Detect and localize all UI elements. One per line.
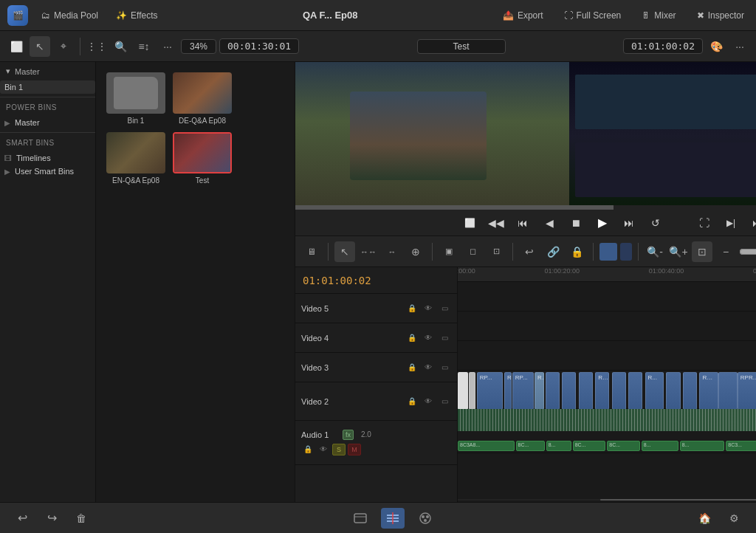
media-pool-button[interactable]: 🗂 Media Pool [37,7,103,24]
home-button[interactable]: 🏠 [694,508,715,529]
tl-zoom-fit-btn[interactable]: ⊡ [692,241,712,262]
user-smart-bins-item[interactable]: ▶ User Smart Bins [0,165,95,178]
track-label-v4[interactable]: Video 4 🔒 👁 ▭ [295,323,457,353]
export-button[interactable]: 📤 Export [498,7,548,24]
media-item-bin1[interactable]: Bin 1 [106,72,165,125]
next-edit-btn[interactable]: ▶| [721,213,740,233]
tl-mode-b[interactable] [620,243,632,261]
track-label-a1[interactable]: Audio 1 fx 2.0 🔒 👁 S M [295,421,457,465]
tab-timeline-bottom[interactable] [381,508,405,529]
media-item-test[interactable]: Test [173,132,232,185]
tl-zoom-minus[interactable]: − [715,241,736,262]
tab-media-pool-bottom[interactable] [348,508,372,529]
clip-v2-5[interactable] [546,372,560,410]
clip-v2-white1[interactable] [458,372,468,410]
track-lock-v2[interactable]: 🔒 [405,395,419,408]
track-clip-v5[interactable]: ▭ [438,302,451,315]
delete-button[interactable]: 🗑 [71,508,92,529]
effects-button[interactable]: ✨ Effects [111,7,162,24]
prev-frame-btn[interactable]: ◀ [540,213,559,233]
tl-roll-btn[interactable]: ↔ [382,241,402,262]
a1-sub-8[interactable]: 8C3... [726,441,756,451]
clip-v2-13[interactable] [683,372,697,410]
track-label-v2[interactable]: Video 2 🔒 👁 ▭ [295,382,457,421]
inspector-button[interactable]: ✖ Inspector [693,7,749,24]
track-solo-a1[interactable]: S [332,444,346,455]
timeline-scrollbar[interactable] [458,499,756,501]
clip-v2-7[interactable] [579,372,593,410]
clip-v2-14[interactable]: RPRR... [699,372,718,410]
tl-zoom-out-btn[interactable]: 🔍- [645,241,665,262]
tool-more-right[interactable]: ··· [729,36,750,57]
track-lock-a1[interactable]: 🔒 [301,443,315,456]
clip-v2-8[interactable]: R... [595,372,609,410]
skip-back-btn[interactable]: ⏮ [513,213,532,233]
tl-zoom-in-btn[interactable]: 🔍+ [668,241,689,262]
a1-sub-2[interactable]: 8C... [516,441,545,451]
loop-btn[interactable]: ↺ [646,213,665,233]
media-item-de-qa[interactable]: DE-Q&A Ep08 [173,72,232,125]
preview-scrubber-thumb[interactable] [295,205,614,210]
tl-zoom-slider[interactable] [739,246,756,258]
play-btn[interactable]: ▶ [593,213,612,233]
fullscreen-toggle[interactable]: ⛶ [695,213,714,233]
track-eye-v2[interactable]: 👁 [422,395,435,408]
a1-sub-1[interactable]: 8C3A8... [458,441,515,451]
clip-v2-16[interactable]: RPR... [738,372,756,410]
clip-v2-15[interactable] [718,372,738,410]
power-bins-master-item[interactable]: ▶ Master [0,116,95,129]
a1-sub-7[interactable]: 8... [680,441,725,451]
tl-add-edit-btn[interactable]: ↩ [519,241,540,262]
a1-sub-4[interactable]: 8C... [573,441,606,451]
track-lock-v4[interactable]: 🔒 [405,331,419,345]
clip-v2-12[interactable] [666,372,680,410]
track-label-v5[interactable]: Video 5 🔒 👁 ▭ [295,294,457,323]
clip-v2-1[interactable]: RP... [477,372,503,410]
prev-marker-btn[interactable]: ◀◀ [487,213,506,233]
track-eye-v4[interactable]: 👁 [422,331,435,345]
track-clip-v4[interactable]: ▭ [438,331,451,345]
settings-button[interactable]: ⚙ [724,508,744,529]
mixer-button[interactable]: 🎚 Mixer [637,7,680,24]
scrollbar-thumb[interactable] [600,499,756,501]
clip-v2-9[interactable] [612,372,626,410]
redo-button[interactable]: ↪ [41,508,62,529]
tab-color-bottom[interactable] [413,508,437,529]
clip-v2-6[interactable] [562,372,576,410]
skip-fwd-btn[interactable]: ⏭ [619,213,639,233]
tl-dynamic-btn[interactable]: ⊡ [486,241,506,262]
clip-v2-white2[interactable] [469,372,476,410]
track-lock-v3[interactable]: 🔒 [405,361,419,374]
undo-button[interactable]: ↩ [12,508,32,529]
tl-overwrite-btn[interactable]: ▣ [439,241,459,262]
clip-v2-2[interactable]: R... [504,372,512,410]
master-header[interactable]: ▾ Master [0,62,95,80]
tl-lock-btn[interactable]: 🔒 [566,241,587,262]
tl-link-btn[interactable]: 🔗 [543,241,563,262]
clip-v2-4[interactable]: R... [535,372,544,410]
media-item-en-qa[interactable]: EN-Q&A Ep08 [106,132,165,185]
tl-select-btn[interactable]: ↖ [334,241,355,262]
track-lock-v5[interactable]: 🔒 [405,302,419,315]
tl-monitor-btn[interactable]: 🖥 [301,241,322,262]
track-eye-v5[interactable]: 👁 [422,302,435,315]
tool-color-wheel[interactable]: 🎨 [706,36,726,57]
a1-sub-5[interactable]: 8C... [607,441,640,451]
tl-ripple-btn[interactable]: ↔↔ [358,241,379,262]
a1-sub-3[interactable]: 8... [546,441,571,451]
stop-btn[interactable]: ⏹ [566,213,585,233]
clip-v2-11[interactable]: R... [645,372,664,410]
bin1-item[interactable]: Bin 1 [0,80,95,94]
tl-mode-a[interactable] [599,243,617,261]
track-label-v3[interactable]: Video 3 🔒 👁 ▭ [295,353,457,382]
tool-more[interactable]: ··· [157,36,178,57]
end-btn[interactable]: ⏭ [748,213,756,233]
tl-multi-btn[interactable]: ⊕ [405,241,426,262]
track-mute-a1[interactable]: M [348,444,361,455]
tool-sort[interactable]: ≡↕ [134,36,154,57]
tool-select[interactable]: ↖ [30,36,50,57]
tool-search[interactable]: 🔍 [110,36,131,57]
track-eye-v3[interactable]: 👁 [422,361,435,374]
tool-grid[interactable]: ⋮⋮ [86,36,107,57]
frame-in-btn[interactable]: ⬜ [460,213,479,233]
